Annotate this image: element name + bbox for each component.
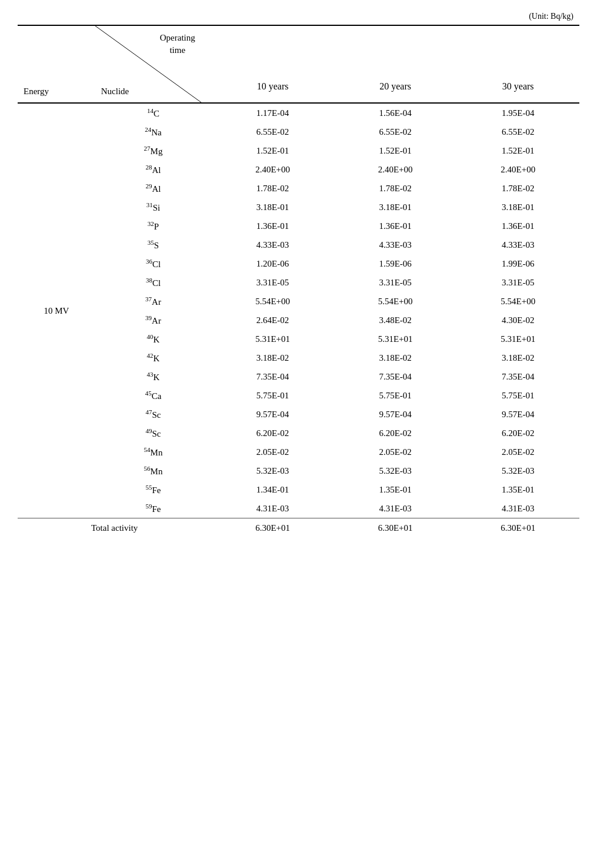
table-row: 45Ca5.75E-015.75E-015.75E-01 [18, 386, 579, 405]
value-y10: 1.52E-01 [211, 141, 334, 160]
nuclide-cell: 56Mn [95, 461, 212, 480]
value-y10: 3.18E-01 [211, 198, 334, 217]
nuclide-cell: 42K [95, 348, 212, 367]
value-y30: 1.35E-01 [456, 480, 579, 499]
value-y30: 1.78E-02 [456, 179, 579, 198]
table-row: 38Cl3.31E-053.31E-053.31E-05 [18, 273, 579, 292]
value-y20: 1.36E-01 [334, 217, 457, 235]
value-y20: 4.33E-03 [334, 235, 457, 254]
value-y10: 1.36E-01 [211, 217, 334, 235]
value-y20: 1.59E-06 [334, 254, 457, 273]
year-30-header: 30 years [456, 25, 579, 103]
table-row: 55Fe1.34E-011.35E-011.35E-01 [18, 480, 579, 499]
value-y10: 2.05E-02 [211, 443, 334, 461]
value-y20: 3.48E-02 [334, 311, 457, 330]
value-y10: 1.20E-06 [211, 254, 334, 273]
energy-label: Energy [24, 87, 49, 96]
total-label: Total activity [18, 518, 211, 538]
nuclide-header-label: Nuclide [101, 87, 129, 97]
nuclide-cell: 24Na [95, 122, 212, 141]
value-y10: 1.34E-01 [211, 480, 334, 499]
table-row: 59Fe4.31E-034.31E-034.31E-03 [18, 499, 579, 518]
main-table: Energy Operatingtime Nuclide 10 years 20… [18, 25, 579, 538]
value-y10: 3.18E-02 [211, 348, 334, 367]
value-y10: 1.78E-02 [211, 179, 334, 198]
total-row: Total activity6.30E+016.30E+016.30E+01 [18, 518, 579, 538]
table-row: 47Sc9.57E-049.57E-049.57E-04 [18, 405, 579, 424]
nuclide-cell: 38Cl [95, 273, 212, 292]
value-y10: 6.20E-02 [211, 424, 334, 443]
value-y10: 5.75E-01 [211, 386, 334, 405]
nuclide-cell: 14C [95, 103, 212, 122]
value-y30: 3.18E-01 [456, 198, 579, 217]
value-y20: 1.35E-01 [334, 480, 457, 499]
value-y30: 6.20E-02 [456, 424, 579, 443]
value-y20: 2.05E-02 [334, 443, 457, 461]
total-y30: 6.30E+01 [456, 518, 579, 538]
value-y10: 2.64E-02 [211, 311, 334, 330]
value-y30: 4.30E-02 [456, 311, 579, 330]
header-row: Energy Operatingtime Nuclide 10 years 20… [18, 25, 579, 103]
table-row: 40K5.31E+015.31E+015.31E+01 [18, 330, 579, 348]
nuclide-cell: 59Fe [95, 499, 212, 518]
value-y10: 3.31E-05 [211, 273, 334, 292]
table-row: 54Mn2.05E-022.05E-022.05E-02 [18, 443, 579, 461]
table-body: 10 MV14C1.17E-041.56E-041.95E-0424Na6.55… [18, 103, 579, 538]
nuclide-cell: 49Sc [95, 424, 212, 443]
value-y20: 6.20E-02 [334, 424, 457, 443]
nuclide-cell: 47Sc [95, 405, 212, 424]
nuclide-cell: 29Al [95, 179, 212, 198]
unit-label: (Unit: Bq/kg) [18, 12, 579, 21]
value-y20: 5.31E+01 [334, 330, 457, 348]
table-row: 35S4.33E-034.33E-034.33E-03 [18, 235, 579, 254]
table-row: 32P1.36E-011.36E-011.36E-01 [18, 217, 579, 235]
value-y20: 4.31E-03 [334, 499, 457, 518]
nuclide-cell: 37Ar [95, 292, 212, 311]
diagonal-header-cell: Operatingtime Nuclide [95, 25, 212, 103]
value-y10: 4.31E-03 [211, 499, 334, 518]
value-y10: 4.33E-03 [211, 235, 334, 254]
value-y10: 5.31E+01 [211, 330, 334, 348]
value-y30: 1.99E-06 [456, 254, 579, 273]
table-row: 28Al2.40E+002.40E+002.40E+00 [18, 160, 579, 179]
energy-header: Energy [18, 25, 95, 103]
table-row: 29Al1.78E-021.78E-021.78E-02 [18, 179, 579, 198]
value-y10: 5.54E+00 [211, 292, 334, 311]
value-y20: 2.40E+00 [334, 160, 457, 179]
value-y30: 5.31E+01 [456, 330, 579, 348]
value-y10: 1.17E-04 [211, 103, 334, 122]
table-row: 49Sc6.20E-026.20E-026.20E-02 [18, 424, 579, 443]
total-y20: 6.30E+01 [334, 518, 457, 538]
value-y20: 1.78E-02 [334, 179, 457, 198]
value-y20: 1.56E-04 [334, 103, 457, 122]
value-y30: 3.18E-02 [456, 348, 579, 367]
value-y30: 2.05E-02 [456, 443, 579, 461]
nuclide-cell: 39Ar [95, 311, 212, 330]
value-y20: 9.57E-04 [334, 405, 457, 424]
operating-time-label: Operatingtime [160, 32, 195, 56]
value-y20: 6.55E-02 [334, 122, 457, 141]
value-y10: 2.40E+00 [211, 160, 334, 179]
value-y10: 9.57E-04 [211, 405, 334, 424]
year-20-header: 20 years [334, 25, 457, 103]
value-y30: 5.54E+00 [456, 292, 579, 311]
value-y30: 7.35E-04 [456, 367, 579, 386]
table-row: 39Ar2.64E-023.48E-024.30E-02 [18, 311, 579, 330]
value-y30: 1.36E-01 [456, 217, 579, 235]
nuclide-cell: 54Mn [95, 443, 212, 461]
value-y30: 1.52E-01 [456, 141, 579, 160]
table-row: 56Mn5.32E-035.32E-035.32E-03 [18, 461, 579, 480]
value-y30: 5.32E-03 [456, 461, 579, 480]
energy-value: 10 MV [18, 103, 95, 518]
value-y30: 9.57E-04 [456, 405, 579, 424]
nuclide-cell: 28Al [95, 160, 212, 179]
table-row: 37Ar5.54E+005.54E+005.54E+00 [18, 292, 579, 311]
nuclide-cell: 45Ca [95, 386, 212, 405]
value-y30: 4.31E-03 [456, 499, 579, 518]
nuclide-cell: 31Si [95, 198, 212, 217]
nuclide-cell: 43K [95, 367, 212, 386]
value-y30: 1.95E-04 [456, 103, 579, 122]
value-y20: 5.54E+00 [334, 292, 457, 311]
table-row: 36Cl1.20E-061.59E-061.99E-06 [18, 254, 579, 273]
diagonal-container: Operatingtime Nuclide [95, 26, 201, 102]
